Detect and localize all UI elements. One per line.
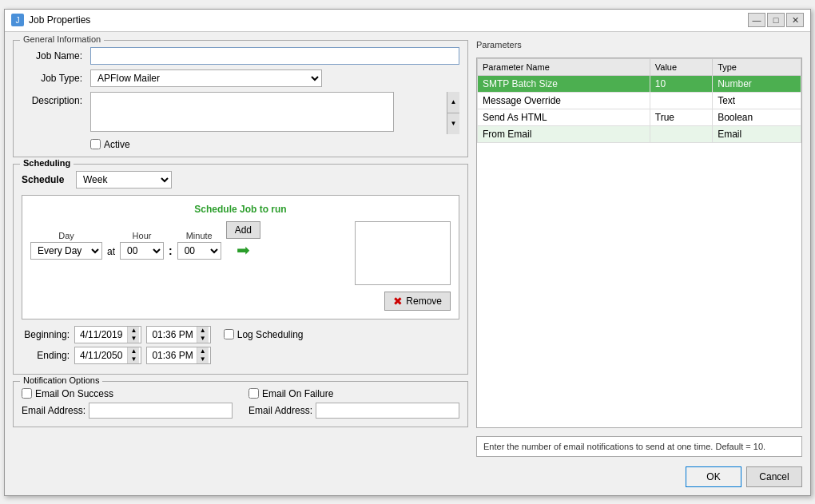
- hint-text: Enter the number of email notifications …: [476, 436, 802, 457]
- minute-select[interactable]: 00: [177, 242, 221, 260]
- beginning-row: Beginning: 4/11/2019 ▲ ▼ 01:36 PM: [22, 326, 459, 343]
- remove-button[interactable]: ✖ Remove: [384, 292, 451, 311]
- failure-notif-row: Email On Failure Email Address:: [248, 388, 459, 419]
- schedule-list-box[interactable]: [355, 221, 451, 285]
- title-bar-left: J Job Properties: [11, 14, 90, 26]
- table-row[interactable]: Message OverrideText: [478, 92, 801, 109]
- minute-col: Minute 00: [177, 231, 221, 260]
- left-panel: General Information Job Name: Job Type: …: [13, 40, 468, 457]
- notification-section: Notification Options Email On Success Em…: [13, 381, 468, 427]
- table-row[interactable]: SMTP Batch Size10Number: [478, 75, 801, 92]
- title-bar: J Job Properties — □ ✕: [5, 10, 810, 32]
- email-failure-check-row: Email On Failure: [248, 388, 459, 399]
- beginning-date-input[interactable]: 4/11/2019 ▲ ▼: [74, 326, 141, 343]
- ending-date-spin: ▲ ▼: [127, 347, 139, 363]
- schedule-type-row: Schedule Week Day Month: [22, 171, 459, 189]
- general-info-title: General Information: [20, 34, 104, 44]
- failure-email-input[interactable]: [316, 403, 459, 419]
- add-button[interactable]: Add: [226, 221, 260, 239]
- notification-grid: Email On Success Email Address: Email On…: [22, 388, 459, 419]
- email-success-checkbox[interactable]: [22, 388, 32, 399]
- email-failure-checkbox[interactable]: [248, 388, 259, 399]
- job-type-row: Job Type: APFIow Mailer: [22, 69, 459, 87]
- ending-time-up[interactable]: ▲: [197, 347, 209, 355]
- beginning-date-down[interactable]: ▼: [128, 335, 139, 343]
- minute-label: Minute: [186, 231, 213, 240]
- bottom-bar: OK Cancel: [13, 463, 802, 487]
- beginning-time-value: 01:36 PM: [149, 329, 196, 340]
- log-scheduling-label: Log Scheduling: [237, 329, 304, 340]
- job-name-label: Job Name:: [22, 50, 85, 62]
- schedule-job-title: Schedule Job to run: [30, 204, 451, 215]
- job-type-select[interactable]: APFIow Mailer: [90, 69, 322, 87]
- parameters-table: Parameter Name Value Type SMTP Batch Siz…: [477, 58, 801, 143]
- add-btn-group: Add ➡: [226, 221, 260, 260]
- beginning-date-spin: ▲ ▼: [127, 327, 139, 343]
- active-label: Active: [104, 139, 130, 150]
- schedule-select[interactable]: Week Day Month: [76, 171, 172, 189]
- description-input[interactable]: [90, 92, 394, 132]
- right-panel: Parameters Parameter Name Value Type SMT…: [476, 40, 802, 457]
- ok-button[interactable]: OK: [686, 466, 741, 487]
- ending-row: Ending: 4/11/2050 ▲ ▼ 01:36 PM: [22, 347, 459, 364]
- description-row: Description: ▲ ▼: [22, 92, 459, 134]
- desc-scroll-up[interactable]: ▲: [447, 92, 459, 113]
- maximize-button[interactable]: □: [767, 13, 785, 27]
- parameters-title: Parameters: [476, 40, 802, 53]
- day-hour-row: Day Every Day at Hour: [30, 221, 344, 260]
- remove-x-icon: ✖: [393, 295, 403, 308]
- success-email-addr-row: Email Address:: [22, 403, 233, 419]
- hour-select[interactable]: 00: [120, 242, 164, 260]
- failure-email-addr-row: Email Address:: [248, 403, 459, 419]
- beginning-date-up[interactable]: ▲: [128, 327, 139, 335]
- date-section: Beginning: 4/11/2019 ▲ ▼ 01:36 PM: [22, 326, 459, 364]
- minimize-button[interactable]: —: [748, 13, 765, 27]
- param-type-col-header: Type: [713, 58, 801, 75]
- success-email-addr-label: Email Address:: [22, 405, 85, 416]
- table-row[interactable]: Send As HTMLTrueBoolean: [478, 109, 801, 125]
- log-scheduling-row: Log Scheduling: [224, 329, 304, 340]
- ending-date-down[interactable]: ▼: [128, 355, 139, 363]
- parameters-panel: Parameter Name Value Type SMTP Batch Siz…: [476, 58, 802, 428]
- window-title: Job Properties: [29, 14, 90, 26]
- window-icon: J: [11, 14, 24, 26]
- log-scheduling-checkbox[interactable]: [224, 329, 234, 339]
- failure-email-addr-label: Email Address:: [248, 405, 312, 416]
- schedule-label: Schedule: [22, 174, 70, 185]
- notification-title: Notification Options: [20, 375, 102, 385]
- table-row[interactable]: From EmailEmail: [478, 125, 801, 142]
- beginning-time-input[interactable]: 01:36 PM ▲ ▼: [146, 326, 210, 343]
- job-name-input[interactable]: [90, 47, 459, 65]
- main-content: General Information Job Name: Job Type: …: [13, 40, 802, 457]
- beginning-time-down[interactable]: ▼: [197, 335, 209, 343]
- close-button[interactable]: ✕: [786, 13, 804, 27]
- day-col: Day Every Day: [30, 231, 102, 260]
- email-success-label: Email On Success: [35, 388, 113, 399]
- desc-scroll-down[interactable]: ▼: [447, 113, 459, 134]
- active-checkbox[interactable]: [90, 139, 101, 149]
- general-info-section: General Information Job Name: Job Type: …: [13, 40, 468, 157]
- ending-time-spin: ▲ ▼: [197, 347, 209, 363]
- success-email-input[interactable]: [89, 403, 233, 419]
- cancel-button[interactable]: Cancel: [746, 466, 802, 487]
- scheduling-section: Scheduling Schedule Week Day Month Sched…: [13, 164, 468, 375]
- beginning-label: Beginning:: [22, 329, 70, 340]
- ending-date-value: 4/11/2050: [77, 350, 125, 361]
- hour-label: Hour: [133, 231, 152, 240]
- colon: :: [169, 244, 173, 257]
- ending-time-input[interactable]: 01:36 PM ▲ ▼: [146, 347, 210, 364]
- ending-date-input[interactable]: 4/11/2050 ▲ ▼: [74, 347, 141, 364]
- beginning-time-up[interactable]: ▲: [197, 327, 209, 335]
- window-body: General Information Job Name: Job Type: …: [5, 32, 810, 495]
- ending-time-down[interactable]: ▼: [197, 355, 209, 363]
- beginning-time-spin: ▲ ▼: [197, 327, 209, 343]
- ending-time-value: 01:36 PM: [149, 350, 196, 361]
- active-row: Active: [90, 139, 459, 150]
- ending-date-up[interactable]: ▲: [128, 347, 139, 355]
- title-controls: — □ ✕: [748, 13, 804, 27]
- description-label: Description:: [22, 92, 85, 106]
- beginning-date-value: 4/11/2019: [77, 329, 125, 340]
- job-properties-window: J Job Properties — □ ✕ General Informati…: [4, 9, 811, 496]
- day-select[interactable]: Every Day: [30, 242, 102, 260]
- job-type-label: Job Type:: [22, 73, 85, 84]
